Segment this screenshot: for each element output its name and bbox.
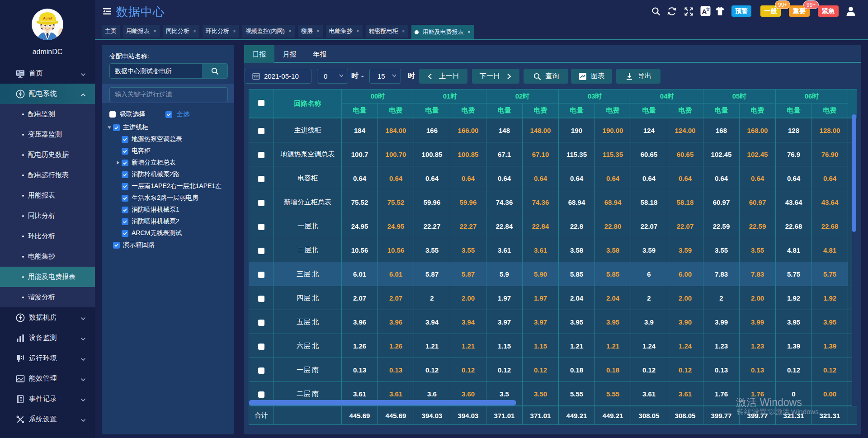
svg-text:文: 文: [706, 7, 710, 12]
svg-text:Acrel: Acrel: [43, 16, 52, 20]
